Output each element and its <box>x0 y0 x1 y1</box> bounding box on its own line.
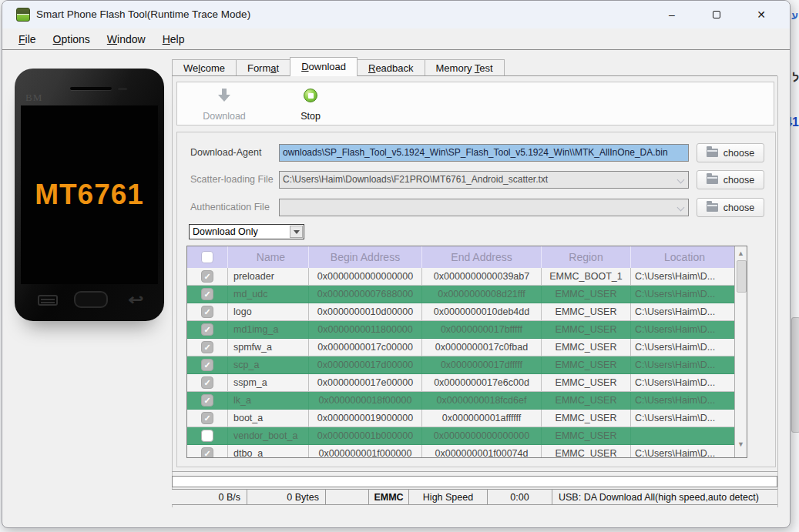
phone-screen: MT6761 <box>21 105 158 284</box>
cell-name: boot_a <box>228 410 309 427</box>
checked-checkbox-icon[interactable]: ✓ <box>201 306 213 318</box>
download-mode-select[interactable]: Download Only <box>189 224 304 239</box>
menu-separator <box>2 49 790 50</box>
table-row[interactable]: ✓dtbo_a0x000000001f0000000x000000001f000… <box>187 445 734 457</box>
table-row[interactable]: vendor_boot_a0x000000001b0000000x0000000… <box>187 427 734 445</box>
folder-icon <box>707 176 718 184</box>
checked-checkbox-icon[interactable]: ✓ <box>201 447 213 457</box>
checked-checkbox-icon[interactable]: ✓ <box>201 288 213 300</box>
table-row[interactable]: ✓logo0x0000000010d000000x0000000010deb4d… <box>187 303 734 321</box>
download-agent-choose-button[interactable]: choose <box>697 143 764 162</box>
scatter-file-input[interactable]: C:\Users\Haim\Downloads\F21PRO\MT6761_An… <box>279 171 689 189</box>
table-row[interactable]: ✓spmfw_a0x0000000017c000000x0000000017c0… <box>187 339 734 356</box>
auth-file-input[interactable] <box>279 199 689 216</box>
header-location[interactable]: Location <box>631 246 734 268</box>
scatter-file-choose-button[interactable]: choose <box>697 170 764 189</box>
phone-home-button-icon <box>74 291 108 308</box>
header-begin-address[interactable]: Begin Address <box>309 246 422 268</box>
cell-location: C:\Users\Haim\D... <box>631 410 734 427</box>
cell-region: EMMC_USER <box>542 374 631 391</box>
download-button[interactable]: Download <box>191 87 257 122</box>
checked-checkbox-icon[interactable]: ✓ <box>201 376 213 389</box>
scrollbar[interactable]: ▲ ▼ <box>734 246 747 457</box>
download-agent-input[interactable]: ownloads\SP_Flash_Tool_v5.1924_Win\SP_Fl… <box>279 144 689 162</box>
title-bar[interactable]: Smart Phone Flash Tool(Runtime Trace Mod… <box>2 1 790 28</box>
chevron-down-icon[interactable] <box>677 176 685 184</box>
row-checkbox-cell: ✓ <box>187 356 228 373</box>
checked-checkbox-icon[interactable]: ✓ <box>201 412 213 424</box>
cell-end: 0x0000000000039ab7 <box>422 268 542 285</box>
menu-help[interactable]: Help <box>154 33 193 45</box>
chevron-down-icon[interactable] <box>290 226 303 238</box>
close-button[interactable]: ✕ <box>739 1 784 28</box>
scroll-thumb[interactable] <box>737 260 747 293</box>
table-row[interactable]: ✓md_udc0x00000000076880000x0000000008d21… <box>187 286 734 303</box>
window-title: Smart Phone Flash Tool(Runtime Trace Mod… <box>36 1 250 28</box>
download-mode-value: Download Only <box>193 226 258 237</box>
chevron-down-icon[interactable] <box>677 204 685 212</box>
stop-icon <box>304 89 317 102</box>
status-speed: 0 B/s <box>172 490 247 504</box>
cell-end: 0x0000000010deb4dd <box>422 303 542 320</box>
table-row[interactable]: ✓scp_a0x0000000017d000000x0000000017dfff… <box>187 356 734 374</box>
header-region[interactable]: Region <box>542 246 631 268</box>
phone-speaker <box>70 87 112 90</box>
background-window-glyph: ע <box>791 9 798 22</box>
menu-accel: F <box>18 33 25 45</box>
menu-options[interactable]: Options <box>45 33 99 45</box>
unchecked-checkbox-icon[interactable] <box>201 430 213 442</box>
row-checkbox-cell: ✓ <box>187 321 228 338</box>
download-agent-label: Download-Agent <box>190 144 261 162</box>
stop-button[interactable]: Stop <box>277 87 344 122</box>
checked-checkbox-icon[interactable]: ✓ <box>201 359 213 371</box>
cell-name: spmfw_a <box>228 339 309 356</box>
choose-button-label: choose <box>723 148 754 159</box>
checked-checkbox-icon[interactable]: ✓ <box>201 323 213 336</box>
cell-location: C:\Users\Haim\D... <box>631 356 734 373</box>
cell-end: 0x000000001affffff <box>422 410 542 427</box>
table-row[interactable]: ✓sspm_a0x0000000017e000000x0000000017e6c… <box>187 374 734 392</box>
header-end-address[interactable]: End Address <box>422 246 542 268</box>
tab-label: Memory <box>436 62 475 74</box>
row-checkbox-cell: ✓ <box>187 339 228 356</box>
cell-location: C:\Users\Haim\D... <box>631 286 734 303</box>
cell-name: md_udc <box>228 286 309 303</box>
background-window-fragment <box>791 317 799 433</box>
status-bar: 0 B/s 0 Bytes EMMC High Speed 0:00 USB: … <box>172 489 777 505</box>
tab-memory-test[interactable]: Memory Test <box>425 59 505 76</box>
table-row[interactable]: ✓lk_a0x0000000018f000000x0000000018fcd6e… <box>187 392 734 410</box>
tab-readback[interactable]: Readback <box>357 59 425 76</box>
row-checkbox-cell <box>187 427 228 444</box>
table-row[interactable]: ✓preloader0x00000000000000000x0000000000… <box>187 268 734 286</box>
scroll-down-icon[interactable]: ▼ <box>735 440 747 448</box>
scroll-up-icon[interactable]: ▲ <box>735 249 747 257</box>
minimize-button[interactable]: – <box>650 1 694 28</box>
cell-begin: 0x0000000017e00000 <box>309 374 422 391</box>
cell-name: vendor_boot_a <box>228 427 309 444</box>
tab-welcome[interactable]: Welcome <box>172 59 237 76</box>
auth-file-choose-button[interactable]: choose <box>697 198 764 217</box>
cell-name: scp_a <box>228 356 309 373</box>
tab-strip-line <box>172 75 777 76</box>
checked-checkbox-icon[interactable]: ✓ <box>201 270 213 283</box>
menu-window[interactable]: Window <box>99 33 154 45</box>
checked-checkbox-icon[interactable]: ✓ <box>201 341 213 353</box>
table-row[interactable]: ✓boot_a0x00000000190000000x000000001afff… <box>187 410 734 427</box>
maximize-button[interactable] <box>694 1 739 28</box>
header-name[interactable]: Name <box>228 246 309 268</box>
table-row[interactable]: ✓md1img_a0x00000000118000000x0000000017b… <box>187 321 734 339</box>
cell-region: EMMC_USER <box>542 303 631 320</box>
row-checkbox-cell: ✓ <box>187 392 228 409</box>
tab-format[interactable]: Format <box>236 59 290 76</box>
checked-checkbox-icon[interactable]: ✓ <box>201 394 213 407</box>
cell-begin: 0x0000000017c00000 <box>309 339 422 356</box>
auth-file-label: Authentication File <box>190 199 270 216</box>
menu-file[interactable]: File <box>10 33 45 45</box>
status-storage-type: EMMC <box>369 490 409 504</box>
tab-label: ownload <box>309 61 346 72</box>
select-all-checkbox[interactable] <box>201 251 213 263</box>
folder-icon <box>707 203 718 212</box>
tab-download[interactable]: Download <box>290 57 358 76</box>
menu-accel: O <box>53 33 62 45</box>
menu-accel: H <box>163 33 170 45</box>
